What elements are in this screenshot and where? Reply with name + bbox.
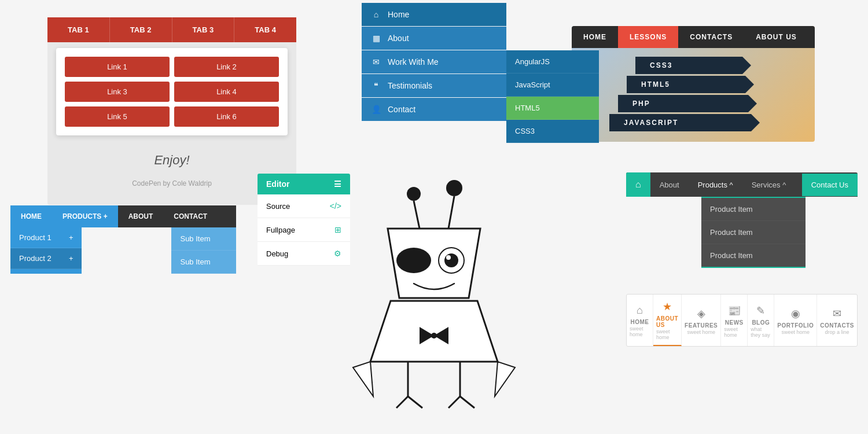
aboutus-label: ABOUT US	[656, 315, 678, 328]
contacts-sub: drop a line	[825, 329, 849, 335]
w5-products[interactable]: PRODUCTS +	[52, 205, 118, 227]
w3-home[interactable]: HOME	[572, 26, 618, 48]
svg-marker-9	[370, 301, 498, 362]
svg-point-7	[444, 253, 458, 267]
portfolio-sub: sweet home	[782, 329, 810, 335]
nav-contact[interactable]: 👤 Contact	[362, 98, 506, 121]
widget5-products-dropdown: Product 1 + Product 2 +	[10, 227, 82, 274]
nav-about[interactable]: ▦ About	[362, 27, 506, 50]
contact-icon: 👤	[370, 105, 382, 114]
w7-portfolio[interactable]: ◉ PORTFOLIO sweet home	[774, 295, 817, 346]
nav-workwithme-label: Work With Me	[388, 57, 439, 67]
stack-html5[interactable]: HTML5	[627, 76, 754, 93]
home-icon: ⌂	[370, 10, 382, 19]
w5-about[interactable]: ABOUT	[118, 205, 164, 227]
portfolio-label: PORTFOLIO	[777, 322, 814, 329]
tab-3[interactable]: TAB 3	[172, 17, 235, 42]
tab-1[interactable]: TAB 1	[47, 17, 110, 42]
product-item-1[interactable]: Product Item	[701, 198, 806, 221]
nav-testimonials-label: Testimonials	[388, 81, 432, 90]
link-3[interactable]: Link 3	[65, 82, 170, 102]
w6-contactus[interactable]: Contact Us	[802, 174, 858, 196]
blog-sub: what they say	[751, 326, 771, 338]
w6-about[interactable]: About	[650, 174, 689, 196]
w7-blog[interactable]: ✎ BLOG what they say	[748, 295, 774, 346]
product-1-arrow: +	[69, 233, 73, 242]
portfolio-icon: ◉	[791, 307, 800, 320]
stack-javascript[interactable]: JAVASCRIPT	[609, 114, 760, 131]
w5-home[interactable]: HOME	[10, 205, 52, 227]
features-label: FEATURES	[685, 322, 718, 329]
news-icon: 📰	[728, 304, 741, 317]
link-6[interactable]: Link 6	[174, 106, 279, 127]
sub-javascript[interactable]: JavaScript	[506, 73, 599, 97]
link-4[interactable]: Link 4	[174, 82, 279, 102]
sub-item-2[interactable]: Sub Item	[171, 251, 236, 274]
nav-home[interactable]: ⌂ Home	[362, 3, 506, 26]
product-2[interactable]: Product 2 +	[10, 248, 82, 269]
blog-icon: ✎	[756, 304, 765, 317]
sub-css3[interactable]: CSS3	[506, 120, 599, 143]
enjoy-text: Enjoy!	[47, 153, 296, 168]
svg-line-16	[408, 396, 422, 408]
svg-point-5	[396, 248, 431, 273]
robot-character	[307, 176, 561, 425]
work-icon: ✉	[370, 57, 382, 67]
w3-contacts[interactable]: CONTACTS	[678, 26, 744, 48]
link-5[interactable]: Link 5	[65, 106, 170, 127]
nav-home-label: Home	[388, 10, 409, 19]
product-2-label: Product 2	[19, 254, 52, 263]
w3-lessons[interactable]: LESSONS	[618, 26, 678, 48]
stack-php[interactable]: PHP	[618, 95, 757, 112]
widget5-nav-bar: HOME PRODUCTS + ABOUT CONTACT	[10, 205, 236, 227]
stack-css3[interactable]: CSS3	[635, 57, 751, 74]
product-item-2[interactable]: Product Item	[701, 221, 806, 244]
editor-title: Editor	[266, 179, 289, 189]
aboutus-sub: sweet home	[656, 329, 678, 340]
widget6-nav-bar: ⌂ About Products ^ Services ^ Contact Us	[626, 172, 858, 197]
blog-label: BLOG	[752, 319, 770, 326]
widget5-dropdown-area: Product 1 + Product 2 + Sub Item Sub Ite…	[10, 227, 236, 274]
w6-home-icon[interactable]: ⌂	[626, 172, 650, 197]
w5-contact[interactable]: CONTACT	[163, 205, 218, 227]
svg-line-17	[448, 396, 460, 408]
w7-contacts[interactable]: ✉ CONTACTS drop a line	[817, 295, 857, 346]
contacts-icon: ✉	[833, 307, 841, 320]
w3-aboutus[interactable]: ABOUT US	[744, 26, 808, 48]
widget6-dropdown: Product Item Product Item Product Item	[701, 197, 806, 268]
link-1[interactable]: Link 1	[65, 57, 170, 77]
widget2-vertical-nav: ⌂ Home ▦ About ✉ Work With Me AngularJS …	[362, 3, 506, 122]
widget7-icon-nav: ⌂ HOME sweet home ★ ABOUT US sweet home …	[626, 294, 858, 347]
link-2[interactable]: Link 2	[174, 57, 279, 77]
nav-workwithme[interactable]: ✉ Work With Me AngularJS JavaScript HTML…	[362, 50, 506, 73]
sub-angularjs[interactable]: AngularJS	[506, 50, 599, 73]
svg-line-18	[460, 396, 475, 408]
svg-point-0	[407, 187, 421, 201]
product-1[interactable]: Product 1 +	[10, 227, 82, 248]
w7-news[interactable]: 📰 NEWS sweet home	[721, 295, 748, 346]
product-2-arrow: +	[69, 254, 73, 263]
product-item-3[interactable]: Product Item	[701, 244, 806, 268]
w6-products[interactable]: Products ^	[689, 174, 742, 196]
widget1-dropdown: Link 1 Link 2 Link 3 Link 4 Link 5 Link …	[56, 48, 288, 135]
home-label: HOME	[631, 319, 649, 325]
sub-html5[interactable]: HTML5	[506, 97, 599, 120]
widget3-top-nav: HOME LESSONS CONTACTS ABOUT US	[572, 26, 815, 48]
w7-aboutus[interactable]: ★ ABOUT US sweet home	[653, 295, 682, 346]
nav-about-label: About	[388, 34, 409, 43]
svg-line-3	[448, 196, 454, 229]
features-sub: sweet home	[687, 329, 715, 335]
widget5-horiz-nav: HOME PRODUCTS + ABOUT CONTACT Product 1 …	[10, 205, 236, 274]
tab-4[interactable]: TAB 4	[234, 17, 296, 42]
features-icon: ◈	[697, 307, 705, 320]
svg-point-2	[446, 180, 462, 196]
home-icon: ⌂	[637, 304, 643, 317]
w6-services[interactable]: Services ^	[742, 174, 796, 196]
w7-features[interactable]: ◈ FEATURES sweet home	[682, 295, 721, 346]
svg-marker-20	[495, 362, 515, 396]
nav-testimonials[interactable]: ❝ Testimonials	[362, 74, 506, 97]
sub-item-1[interactable]: Sub Item	[171, 227, 236, 251]
w7-home[interactable]: ⌂ HOME sweet home	[627, 295, 653, 346]
tab-2[interactable]: TAB 2	[110, 17, 172, 42]
testimonials-icon: ❝	[370, 81, 382, 90]
